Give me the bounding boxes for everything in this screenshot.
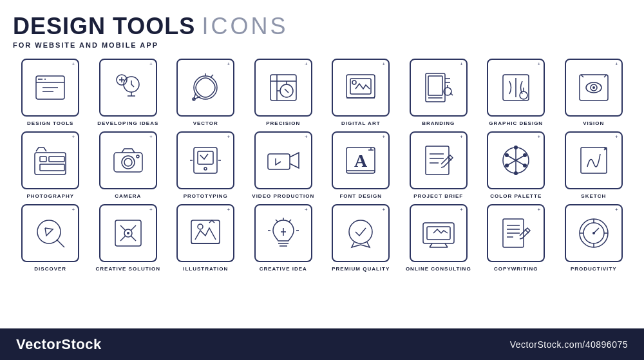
icon-box-vision: [565, 59, 623, 117]
icon-item-project-brief: PROJECT BRIEF: [401, 131, 477, 199]
svg-line-79: [57, 240, 64, 247]
icon-box-prototyping: [176, 131, 234, 189]
icon-box-photography: [21, 131, 79, 189]
icon-label-prototyping: PROTOTYPING: [184, 193, 228, 199]
icon-label-font-design: FONT DESIGN: [339, 193, 382, 199]
icon-item-productivity: PRODUCTIVITY: [556, 204, 632, 272]
svg-rect-57: [268, 154, 290, 169]
svg-text:A: A: [354, 151, 368, 171]
icon-item-digital-art: DIGITAL ART: [323, 59, 399, 126]
main-content: DESIGN TOOLS ICONS FOR WEBSITE AND MOBIL…: [0, 0, 644, 328]
icon-label-copywriting: COPYWRITING: [494, 266, 538, 272]
icon-item-prototyping: PROTOTYPING: [168, 131, 243, 199]
icon-box-video-production: [254, 131, 312, 189]
icon-label-illustration: ILLUSTRATION: [183, 266, 228, 272]
icon-item-graphic-design: GRAPHIC DESIGN: [478, 59, 554, 126]
icon-item-camera: CAMERA: [91, 131, 166, 199]
svg-point-49: [122, 156, 135, 169]
icon-item-sketch: SKETCH: [556, 131, 632, 199]
svg-point-50: [124, 158, 132, 166]
svg-point-70: [523, 153, 527, 157]
icon-item-online-consulting: ONLINE CONSULTING: [401, 204, 477, 272]
icon-label-vector: VECTOR: [193, 120, 218, 126]
icon-label-video-production: VIDEO PRODUCTION: [252, 193, 314, 199]
svg-point-74: [505, 153, 509, 157]
icon-box-project-brief: [410, 131, 468, 189]
subtitle: FOR WEBSITE AND MOBILE APP: [13, 41, 631, 49]
footer-logo: VectorStock: [16, 336, 102, 353]
icon-box-productivity: [565, 204, 623, 262]
svg-point-71: [523, 164, 527, 167]
svg-rect-45: [40, 156, 46, 162]
icon-box-developing-ideas: [99, 59, 157, 117]
icon-box-online-consulting: [410, 204, 468, 262]
icon-label-developing-ideas: DEVELOPING IDEAS: [97, 120, 158, 126]
icon-item-vector: VECTOR: [168, 59, 243, 126]
title-bold: DESIGN TOOLS: [13, 13, 195, 40]
icon-item-photography: PHOTOGRAPHY: [13, 131, 88, 199]
svg-line-81: [120, 225, 126, 231]
icon-box-design-tools: [21, 59, 79, 117]
icon-label-vision: VISION: [583, 120, 604, 126]
svg-point-116: [592, 232, 595, 234]
icon-item-creative-solution: CREATIVE SOLUTION: [91, 204, 166, 272]
icon-item-premium-quality: PREMIUM QUALITY: [323, 204, 399, 272]
icon-item-color-palette: COLOR PALETTE: [478, 131, 554, 199]
icon-label-color-palette: COLOR PALETTE: [490, 193, 542, 199]
icon-label-online-consulting: ONLINE CONSULTING: [406, 266, 471, 272]
icon-label-creative-idea: CREATIVE IDEA: [260, 266, 307, 272]
title-light: ICONS: [202, 13, 288, 40]
svg-line-14: [211, 75, 213, 77]
icon-label-sketch: SKETCH: [581, 193, 606, 199]
icon-box-font-design: A: [332, 131, 390, 189]
title-row: DESIGN TOOLS ICONS: [13, 13, 631, 40]
icon-box-graphic-design: [487, 59, 545, 117]
icon-item-video-production: VIDEO PRODUCTION: [246, 131, 321, 199]
svg-line-84: [131, 236, 136, 241]
svg-line-101: [445, 243, 448, 247]
svg-rect-28: [428, 76, 442, 95]
icon-item-discover: DISCOVER: [13, 204, 88, 272]
icon-label-precision: PRECISION: [266, 120, 300, 126]
icon-item-font-design: A FONT DESIGN: [323, 131, 399, 199]
svg-point-88: [198, 224, 203, 229]
footer-url: VectorStock.com/40896075: [510, 339, 628, 350]
icon-box-digital-art: [332, 59, 390, 117]
svg-point-7: [44, 79, 46, 80]
svg-point-69: [514, 146, 518, 149]
svg-point-54: [204, 167, 207, 170]
svg-point-25: [352, 81, 356, 84]
svg-line-67: [448, 156, 451, 160]
svg-point-73: [505, 164, 509, 167]
icon-box-discover: [21, 204, 79, 262]
icon-item-design-tools: DESIGN TOOLS: [13, 59, 88, 126]
svg-point-5: [38, 79, 39, 80]
icon-box-camera: [99, 131, 157, 189]
icon-label-branding: BRANDING: [422, 120, 455, 126]
icon-label-discover: DISCOVER: [34, 266, 66, 272]
svg-line-100: [430, 243, 432, 247]
svg-rect-99: [427, 227, 450, 240]
svg-rect-47: [40, 164, 64, 171]
svg-point-36: [520, 91, 527, 99]
icon-item-branding: BRANDING: [401, 59, 477, 126]
svg-point-51: [137, 155, 139, 158]
icon-box-premium-quality: [332, 204, 390, 262]
svg-line-83: [120, 236, 126, 241]
svg-line-108: [525, 229, 529, 233]
svg-line-22: [285, 89, 289, 93]
icon-label-graphic-design: GRAPHIC DESIGN: [489, 120, 543, 126]
svg-point-72: [514, 171, 518, 175]
svg-rect-75: [581, 147, 607, 173]
icon-box-vector: [176, 59, 234, 117]
icon-item-vision: VISION: [556, 59, 632, 126]
icon-box-creative-idea: [254, 204, 312, 262]
icon-item-illustration: ILLUSTRATION: [168, 204, 243, 272]
svg-point-12: [194, 76, 217, 99]
icon-label-productivity: PRODUCTIVITY: [571, 266, 617, 272]
icon-label-project-brief: PROJECT BRIEF: [413, 193, 463, 199]
svg-point-6: [41, 79, 43, 80]
icon-item-creative-idea: CREATIVE IDEA: [246, 204, 321, 272]
icon-label-creative-solution: CREATIVE SOLUTION: [96, 266, 160, 272]
icon-box-color-palette: [487, 131, 545, 189]
